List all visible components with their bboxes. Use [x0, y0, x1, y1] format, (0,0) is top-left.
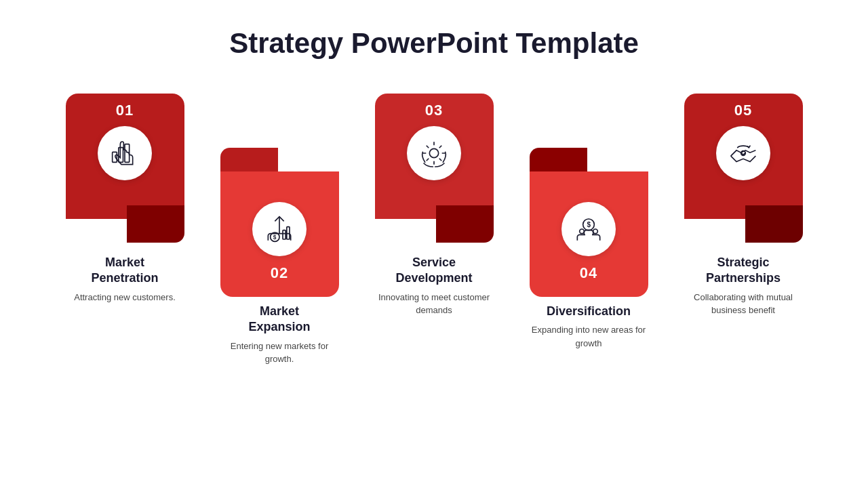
item-desc-5: Collaborating with mutual business benef…	[682, 291, 804, 317]
svg-text:$: $	[587, 221, 591, 228]
text-block-4: Diversification Expanding into new areas…	[528, 297, 650, 357]
svg-text:$: $	[273, 234, 277, 241]
item-title-4: Diversification	[528, 304, 650, 319]
text-block-2: MarketExpansion Entering new markets for…	[218, 297, 340, 373]
number-5: 05	[734, 102, 752, 119]
strategy-item-2: MarketExpansion Entering new markets for…	[208, 148, 351, 378]
strategy-item-1: 01	[54, 94, 196, 310]
number-3: 03	[425, 102, 443, 119]
text-block-1: MarketPenetration Attracting new custome…	[64, 248, 186, 310]
item-title-1: MarketPenetration	[64, 255, 186, 287]
bracket-shape-1: 01	[66, 94, 184, 243]
item-desc-1: Attracting new customers.	[64, 291, 186, 304]
text-block-3: ServiceDevelopment Innovating to meet cu…	[373, 248, 495, 324]
svg-point-11	[593, 229, 598, 234]
item-title-3: ServiceDevelopment	[373, 255, 495, 287]
text-block-5: StrategicPartnerships Collaborating with…	[682, 248, 804, 324]
svg-rect-6	[287, 227, 290, 239]
number-1: 01	[116, 102, 134, 119]
item-desc-4: Expanding into new areas for growth	[528, 323, 650, 350]
bracket-foot-3	[436, 205, 494, 243]
page-title: Strategy PowerPoint Template	[229, 27, 639, 60]
bracket-foot-5	[745, 205, 803, 243]
service-development-icon	[407, 126, 461, 180]
strategy-item-3: 03	[363, 94, 505, 324]
cards-container: 01	[27, 94, 841, 378]
item-title-5: StrategicPartnerships	[682, 255, 804, 287]
bracket-foot-1	[127, 205, 184, 243]
strategy-item-4: Diversification Expanding into new areas…	[517, 148, 660, 362]
bracket-shape-4: $ 04	[530, 148, 648, 297]
number-2: 02	[271, 264, 288, 282]
market-expansion-icon: $	[252, 202, 307, 256]
bracket-body-4: $ 04	[530, 171, 648, 297]
svg-rect-0	[113, 152, 117, 162]
bracket-body-1: 01	[66, 94, 184, 219]
strategy-item-5: 05	[672, 94, 814, 324]
diversification-icon: $	[561, 202, 616, 256]
strategic-partnerships-icon	[716, 126, 770, 180]
bracket-body-5: 05	[684, 94, 803, 219]
number-4: 04	[580, 264, 597, 282]
item-desc-3: Innovating to meet customer demands	[373, 291, 495, 317]
svg-point-7	[429, 148, 438, 157]
item-title-2: MarketExpansion	[218, 304, 340, 336]
bracket-body-2: $ 02	[220, 171, 339, 297]
svg-point-10	[580, 229, 585, 234]
bracket-shape-2: $ 02	[220, 148, 339, 297]
bracket-shape-3: 03	[375, 94, 494, 243]
bracket-body-3: 03	[375, 94, 494, 219]
market-penetration-icon	[98, 126, 152, 180]
bracket-shape-5: 05	[684, 94, 803, 243]
svg-rect-5	[283, 230, 285, 239]
item-desc-2: Entering new markets for growth.	[218, 340, 340, 366]
